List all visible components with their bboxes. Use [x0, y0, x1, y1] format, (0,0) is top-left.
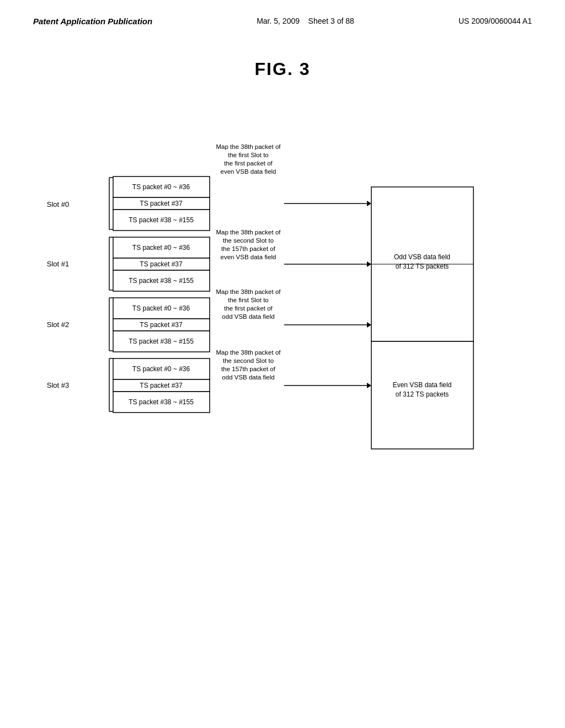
diagram-svg: Slot #0 TS packet #0 ~ #36 TS packet #37… — [28, 127, 541, 607]
annotation-4-line2: the second Slot to — [223, 357, 274, 364]
packet-row-0: TS packet #0 ~ #36 — [132, 183, 190, 191]
annotation-1-line2: the first Slot to — [228, 152, 269, 158]
even-vsb-label-1: Even VSB data field — [393, 381, 452, 389]
packet-row-2: TS packet #38 ~ #155 — [129, 216, 194, 224]
header-center: Mar. 5, 2009 Sheet 3 of 88 — [257, 17, 354, 25]
packet-row-10: TS packet #37 — [140, 382, 183, 389]
packet-row-9: TS packet #0 ~ #36 — [132, 365, 190, 373]
annotation-4-line3: the 157th packet of — [221, 366, 276, 372]
annotation-4-line1: Map the 38th packet of — [216, 349, 281, 356]
header: Patent Application Publication Mar. 5, 2… — [0, 0, 565, 26]
header-sheet: Sheet 3 of 88 — [308, 17, 354, 25]
header-right: US 2009/0060044 A1 — [459, 17, 532, 25]
odd-vsb-label-1: Odd VSB data field — [394, 253, 450, 261]
packet-row-8: TS packet #38 ~ #155 — [129, 338, 194, 345]
slot2-label: Slot #2 — [47, 320, 69, 329]
annotation-3-line1: Map the 38th packet of — [216, 288, 281, 295]
packet-row-7: TS packet #37 — [140, 321, 183, 329]
annotation-2-line2: the second Slot to — [223, 237, 274, 244]
header-date: Mar. 5, 2009 — [257, 17, 300, 25]
page: Patent Application Publication Mar. 5, 2… — [0, 0, 565, 728]
figure-title: FIG. 3 — [0, 59, 565, 79]
publication-label: Patent Application Publication — [33, 17, 152, 26]
packet-row-5: TS packet #38 ~ #155 — [129, 277, 194, 285]
packet-row-1: TS packet #37 — [140, 200, 183, 207]
packet-row-11: TS packet #38 ~ #155 — [129, 398, 194, 406]
odd-vsb-label-2: of 312 TS packets — [396, 263, 449, 270]
annotation-1-line4: even VSB data field — [220, 168, 276, 175]
arrow4-head — [367, 383, 371, 388]
arrow1-head — [367, 201, 371, 206]
annotation-1-line3: the first packet of — [224, 160, 273, 167]
slot1-label: Slot #1 — [47, 260, 69, 268]
annotation-3-line3: the first packet of — [224, 305, 273, 312]
arrow3-head — [367, 322, 371, 328]
packet-row-4: TS packet #37 — [140, 260, 183, 268]
annotation-2-line1: Map the 38th packet of — [216, 229, 281, 235]
slot3-label: Slot #3 — [47, 381, 69, 389]
annotation-3-line4: odd VSB data field — [222, 313, 274, 320]
slot0-label: Slot #0 — [47, 200, 69, 208]
even-vsb-label-2: of 312 TS packets — [396, 390, 449, 398]
annotation-1-line1: Map the 38th packet of — [216, 143, 281, 150]
annotation-4-line4: odd VSB data field — [222, 374, 274, 381]
annotation-2-line3: the 157th packet of — [221, 245, 276, 252]
packet-row-6: TS packet #0 ~ #36 — [132, 304, 190, 312]
annotation-2-line4: even VSB data field — [220, 254, 276, 260]
arrow2-head — [367, 261, 371, 267]
annotation-3-line2: the first Slot to — [228, 297, 269, 303]
packet-row-3: TS packet #0 ~ #36 — [132, 244, 190, 251]
